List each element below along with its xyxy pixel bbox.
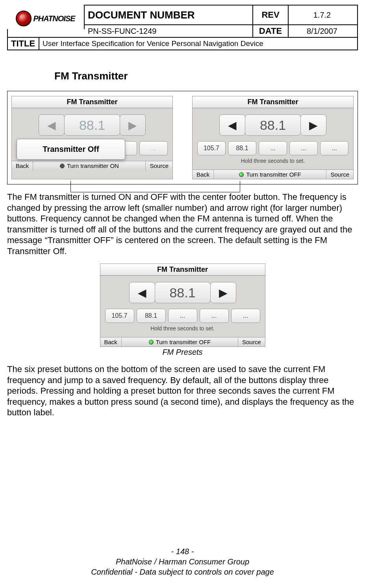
freq-display: 88.1	[245, 114, 301, 136]
source-button[interactable]: Source	[146, 161, 172, 170]
footer-line-2: PhatNoise / Harman Consumer Group	[0, 557, 365, 567]
date-label: DATE	[253, 25, 289, 37]
freq-display: 88.1	[64, 114, 120, 136]
preset-button[interactable]: 105.7	[197, 141, 226, 155]
preset-button[interactable]: 88.1	[137, 309, 166, 323]
paragraph-fm-description: The FM transmitter is turned ON and OFF …	[7, 192, 358, 256]
back-button[interactable]: Back	[12, 161, 33, 170]
preset-button[interactable]: 105.7	[105, 309, 134, 323]
mockup-transmitter-off: FM Transmitter ◀ 88.1 ▶ 105.7 88.1 ... .…	[11, 96, 173, 179]
preset-hint: Hold three seconds to set.	[197, 158, 348, 164]
paragraph-presets-description: The six preset buttons on the bottom of …	[7, 364, 358, 418]
toggle-label: Turn transmitter OFF	[246, 171, 301, 178]
section-heading: FM Transmitter	[54, 70, 358, 82]
led-on-icon	[239, 172, 244, 177]
led-off-icon	[60, 164, 65, 168]
back-button[interactable]: Back	[193, 170, 214, 179]
freq-down-button[interactable]: ◀	[39, 114, 65, 136]
mockup-fm-presets: FM Transmitter ◀ 88.1 ▶ 105.7 88.1 ... .…	[100, 264, 265, 347]
preset-button[interactable]: ...	[168, 309, 197, 323]
brand-name: PHATNOISE	[33, 14, 75, 23]
back-button[interactable]: Back	[100, 337, 122, 347]
toggle-transmitter-button[interactable]: Turn transmitter ON	[33, 161, 146, 170]
docnum-label: DOCUMENT NUMBER	[85, 6, 253, 24]
rev-label: REV	[253, 6, 289, 24]
preset-button[interactable]: ...	[139, 141, 168, 155]
brand-logo: PHATNOISE	[7, 5, 84, 32]
toggle-transmitter-button[interactable]: Turn transmitter OFF	[122, 337, 238, 347]
source-button[interactable]: Source	[238, 337, 265, 347]
preset-button[interactable]: ...	[289, 141, 318, 155]
freq-up-button[interactable]: ▶	[300, 114, 326, 136]
source-button[interactable]: Source	[326, 170, 353, 179]
preset-button[interactable]: ...	[200, 309, 229, 323]
page-footer: - 148 - PhatNoise / Harman Consumer Grou…	[0, 546, 365, 577]
mockup-transmitter-on: FM Transmitter ◀ 88.1 ▶ 105.7 88.1 ... .…	[192, 96, 354, 179]
freq-down-button[interactable]: ◀	[129, 282, 155, 303]
freq-display: 88.1	[155, 282, 211, 303]
page-number: - 148 -	[0, 546, 365, 557]
freq-down-button[interactable]: ◀	[219, 114, 245, 136]
title-text: User Interface Specification for Venice …	[39, 38, 357, 50]
mock-title: FM Transmitter	[193, 96, 353, 108]
rev-value: 1.7.2	[289, 6, 356, 24]
callout-line	[70, 181, 71, 192]
callout-line	[70, 192, 240, 192]
freq-up-button[interactable]: ▶	[210, 282, 236, 303]
led-on-icon	[149, 340, 154, 345]
toggle-label: Turn transmitter ON	[67, 162, 119, 169]
docnum-value: PN-SS-FUNC-1249	[85, 25, 253, 37]
footer-line-3: Confidential - Data subject to controls …	[0, 567, 365, 577]
preset-button[interactable]: ...	[259, 141, 287, 155]
mock-title: FM Transmitter	[100, 264, 265, 276]
toggle-transmitter-button[interactable]: Turn transmitter OFF	[214, 170, 326, 179]
mock-title: FM Transmitter	[12, 96, 172, 108]
preset-button[interactable]: ...	[231, 309, 260, 323]
callout-line	[240, 181, 240, 192]
title-label: TITLE	[8, 38, 39, 50]
toggle-label: Turn transmitter OFF	[156, 339, 211, 345]
transmitter-off-overlay: Transmitter Off	[17, 139, 125, 160]
preset-button[interactable]: 88.1	[228, 141, 256, 155]
preset-button[interactable]: ...	[320, 141, 348, 155]
preset-hint: Hold three seconds to set.	[105, 325, 260, 332]
logo-icon	[16, 11, 31, 26]
mockup-pair: FM Transmitter ◀ 88.1 ▶ 105.7 88.1 ... .…	[7, 91, 358, 184]
figure-caption: FM Presets	[7, 348, 358, 357]
freq-up-button[interactable]: ▶	[120, 114, 146, 136]
date-value: 8/1/2007	[289, 25, 356, 37]
